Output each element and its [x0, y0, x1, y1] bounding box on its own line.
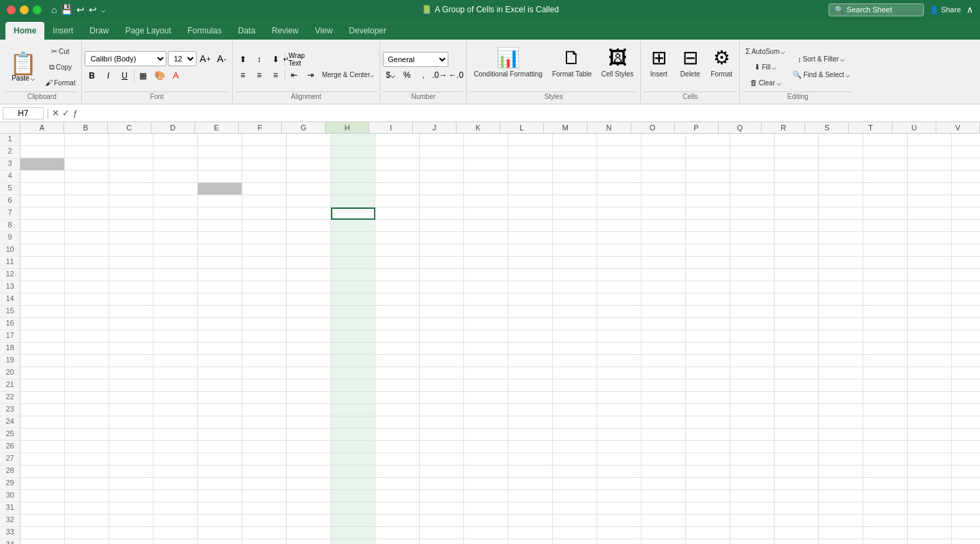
row-number-31[interactable]: 31 — [0, 502, 20, 515]
col-header-J[interactable]: J — [413, 122, 457, 133]
cell-T10[interactable] — [863, 244, 908, 257]
cell-C1[interactable] — [109, 134, 154, 146]
cell-C14[interactable] — [109, 294, 154, 306]
cell-D16[interactable] — [154, 318, 198, 330]
cell-K30[interactable] — [464, 490, 508, 502]
cell-I22[interactable] — [375, 392, 420, 404]
cell-U10[interactable] — [908, 244, 952, 257]
cell-G1[interactable] — [287, 134, 331, 146]
cell-B22[interactable] — [65, 392, 109, 404]
cell-M13[interactable] — [553, 281, 597, 294]
cell-O20[interactable] — [642, 367, 686, 380]
cell-U30[interactable] — [908, 490, 952, 502]
cell-N32[interactable] — [597, 515, 642, 527]
cell-N8[interactable] — [597, 220, 642, 232]
cell-N19[interactable] — [597, 355, 642, 367]
cell-G29[interactable] — [287, 478, 331, 490]
cell-A13[interactable] — [20, 281, 65, 294]
cell-U32[interactable] — [908, 515, 952, 527]
cell-H19[interactable] — [331, 355, 375, 367]
fill-color-button[interactable]: 🎨 — [152, 68, 167, 83]
cell-P22[interactable] — [686, 392, 730, 404]
cell-D21[interactable] — [154, 380, 198, 392]
cell-H6[interactable] — [331, 195, 375, 207]
cell-H7[interactable] — [331, 207, 375, 220]
cell-C15[interactable] — [109, 306, 154, 318]
cell-J17[interactable] — [420, 330, 464, 343]
cell-G14[interactable] — [287, 294, 331, 306]
cell-I3[interactable] — [375, 158, 420, 171]
col-header-O[interactable]: O — [631, 122, 675, 133]
cell-S5[interactable] — [819, 183, 863, 195]
cell-I15[interactable] — [375, 306, 420, 318]
cell-D8[interactable] — [154, 220, 198, 232]
cell-L21[interactable] — [508, 380, 553, 392]
cell-I34[interactable] — [375, 539, 420, 544]
cell-U6[interactable] — [908, 195, 952, 207]
cell-U2[interactable] — [908, 146, 952, 158]
cell-I11[interactable] — [375, 257, 420, 269]
cell-F4[interactable] — [242, 171, 287, 183]
cell-T18[interactable] — [863, 343, 908, 355]
cell-K14[interactable] — [464, 294, 508, 306]
cell-I27[interactable] — [375, 453, 420, 466]
cell-Q14[interactable] — [730, 294, 775, 306]
cell-P19[interactable] — [686, 355, 730, 367]
cell-T28[interactable] — [863, 466, 908, 478]
cell-D1[interactable] — [154, 134, 198, 146]
cell-G5[interactable] — [287, 183, 331, 195]
row-number-29[interactable]: 29 — [0, 478, 20, 490]
cell-A15[interactable] — [20, 306, 65, 318]
cell-H26[interactable] — [331, 441, 375, 453]
cell-U12[interactable] — [908, 269, 952, 281]
cell-U11[interactable] — [908, 257, 952, 269]
cell-A10[interactable] — [20, 244, 65, 257]
cell-G8[interactable] — [287, 220, 331, 232]
insert-button[interactable]: ⊞ Insert — [644, 44, 674, 90]
cell-B31[interactable] — [65, 502, 109, 515]
cell-H32[interactable] — [331, 515, 375, 527]
cell-F14[interactable] — [242, 294, 287, 306]
cell-Q30[interactable] — [730, 490, 775, 502]
cell-K15[interactable] — [464, 306, 508, 318]
cell-B21[interactable] — [65, 380, 109, 392]
cell-P32[interactable] — [686, 515, 730, 527]
cell-I28[interactable] — [375, 466, 420, 478]
cell-H10[interactable] — [331, 244, 375, 257]
cell-K24[interactable] — [464, 416, 508, 429]
cell-S23[interactable] — [819, 404, 863, 416]
cell-G27[interactable] — [287, 453, 331, 466]
cell-D3[interactable] — [154, 158, 198, 171]
cell-G34[interactable] — [287, 539, 331, 544]
cell-O25[interactable] — [642, 429, 686, 441]
cell-M27[interactable] — [553, 453, 597, 466]
col-header-B[interactable]: B — [64, 122, 108, 133]
cell-C28[interactable] — [109, 466, 154, 478]
cell-A26[interactable] — [20, 441, 65, 453]
sort-filter-button[interactable]: ↕ Sort & Filter ⌵ — [790, 52, 852, 67]
cell-I17[interactable] — [375, 330, 420, 343]
cell-U1[interactable] — [908, 134, 952, 146]
cell-S22[interactable] — [819, 392, 863, 404]
cell-C25[interactable] — [109, 429, 154, 441]
cell-E16[interactable] — [198, 318, 242, 330]
cell-L17[interactable] — [508, 330, 553, 343]
cell-S30[interactable] — [819, 490, 863, 502]
autosum-button[interactable]: Σ AutoSum ⌵ — [743, 44, 788, 59]
cell-L23[interactable] — [508, 404, 553, 416]
cell-E32[interactable] — [198, 515, 242, 527]
cell-P6[interactable] — [686, 195, 730, 207]
tab-page-layout[interactable]: Page Layout — [117, 22, 179, 40]
cell-O9[interactable] — [642, 232, 686, 244]
cell-B34[interactable] — [65, 539, 109, 544]
cell-P27[interactable] — [686, 453, 730, 466]
cell-P30[interactable] — [686, 490, 730, 502]
cell-J19[interactable] — [420, 355, 464, 367]
cell-L27[interactable] — [508, 453, 553, 466]
cell-S10[interactable] — [819, 244, 863, 257]
cell-F3[interactable] — [242, 158, 287, 171]
cell-G11[interactable] — [287, 257, 331, 269]
cell-I29[interactable] — [375, 478, 420, 490]
cell-D34[interactable] — [154, 539, 198, 544]
cell-T25[interactable] — [863, 429, 908, 441]
